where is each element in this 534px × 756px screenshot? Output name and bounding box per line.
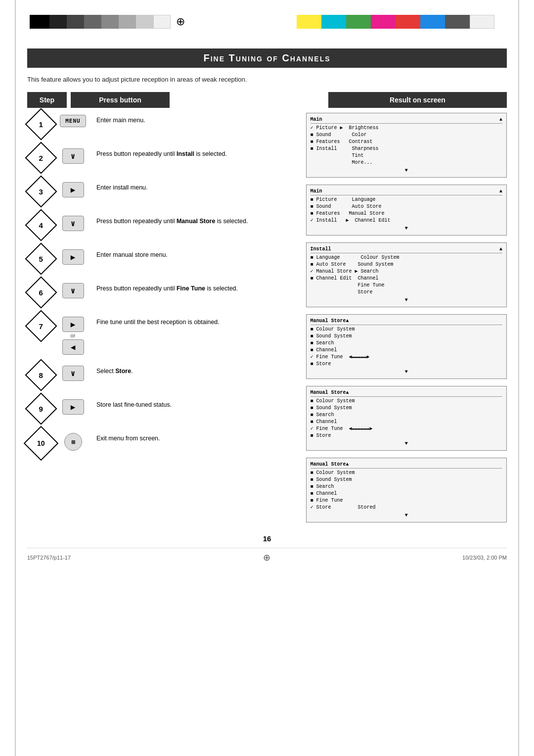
screen-result-56: Manual Store▲ ■ Colour System ■ Sound Sy…	[306, 314, 507, 379]
steps-right-column: Main▲ ✓ Picture ▶ Brightness ■ Sound Col…	[306, 113, 507, 529]
screen-line-1-3: ■ Features Contrast	[311, 139, 503, 145]
step-number-4: 4	[27, 214, 54, 236]
step-number-10: 10	[27, 431, 54, 456]
step-number-2: 2	[27, 146, 54, 169]
left-button-7[interactable]: ◀	[62, 339, 84, 355]
screen-result-34: Install▲ ■ Language Colour System ■ Auto…	[306, 242, 507, 307]
step-desc-5: Enter manual store menu.	[91, 250, 291, 260]
down-button-2[interactable]: ∨	[62, 148, 84, 164]
screen-line-56-5: ✓ Fine Tune ◀▬▬▬▬▬▶	[311, 354, 503, 361]
screen-title-2: Main▲	[311, 188, 503, 195]
diamond-10: 10	[23, 426, 58, 461]
top-bar-right	[297, 15, 534, 29]
header-step: Step	[27, 92, 67, 108]
page-number: 16	[27, 534, 507, 543]
step-desc-3: Enter install menu.	[91, 183, 291, 192]
step-number-6: 6	[27, 281, 54, 304]
diamond-7: 7	[25, 310, 57, 342]
gray2-swatch	[84, 15, 101, 29]
screen-line-1-4: ■ Install Sharpness	[311, 145, 503, 152]
screen-arrow-down-1: ▼	[311, 167, 503, 174]
screen-title-56: Manual Store▲	[311, 318, 503, 325]
screen-arrow-down-34: ▼	[311, 297, 503, 304]
step-desc-9: Store last fine-tuned status.	[91, 400, 291, 410]
table-header: Step Press button Result on screen	[27, 92, 507, 108]
header-result: Result on screen	[328, 92, 507, 108]
screen-result-7: Manual Store▲ ■ Colour System ■ Sound Sy…	[306, 386, 507, 451]
step-row-8: 8 ∨ Select Store.	[27, 364, 291, 388]
step-btn-5: ▶	[54, 249, 91, 265]
screen-line-89-6: ✓ Store Stored	[311, 504, 503, 511]
step-btn-9: ▶	[54, 399, 91, 415]
screen-line-34-1: ■ Language Colour System	[311, 254, 503, 261]
screen-line-89-5: ■ Fine Tune	[311, 497, 503, 504]
step-desc-2: Press button repeatedly until Install is…	[91, 149, 291, 159]
right-button-5[interactable]: ▶	[62, 249, 84, 265]
step-number-9: 9	[27, 397, 54, 420]
header-press: Press button	[71, 92, 170, 108]
steps-container: 1 MENU Enter main menu. 2 ∨	[27, 113, 507, 529]
screen-title-89: Manual Store▲	[311, 461, 503, 469]
screen-line-7-5: ✓ Fine Tune ◀▬▬▬▬▬▬▶	[311, 425, 503, 432]
step-btn-8: ∨	[54, 366, 91, 381]
top-color-bar: ⊕	[0, 15, 534, 29]
step-row-6: 6 ∨ Press button repeatedly until Fine T…	[27, 281, 291, 306]
screen-line-7-4: ■ Channel	[311, 419, 503, 425]
menu-button[interactable]: MENU	[60, 115, 86, 127]
screen-arrow-down-89: ▼	[311, 512, 503, 519]
step-btn-2: ∨	[54, 148, 91, 164]
green-swatch	[346, 15, 371, 29]
crosshair-left: ⊕	[171, 15, 190, 29]
diamond-1: 1	[25, 108, 57, 140]
step-btn-6: ∨	[54, 283, 91, 298]
step-number-7: 7	[27, 315, 54, 337]
main-content: Fine Tuning of Channels This feature all…	[27, 29, 507, 543]
step-desc-8: Select Store.	[91, 367, 291, 376]
cyan-swatch	[321, 15, 346, 29]
down-button-6[interactable]: ∨	[62, 283, 84, 298]
screen-title-7: Manual Store▲	[311, 389, 503, 397]
gray1-swatch	[67, 15, 84, 29]
screen-line-89-1: ■ Colour System	[311, 470, 503, 476]
right-button-7[interactable]: ▶	[62, 317, 84, 332]
steps-left-column: 1 MENU Enter main menu. 2 ∨	[27, 113, 291, 529]
step-row-9: 9 ▶ Store last fine-tuned status.	[27, 397, 291, 422]
right-border	[518, 0, 519, 756]
step-row-5: 5 ▶ Enter manual store menu.	[27, 247, 291, 272]
right-button-9[interactable]: ▶	[62, 399, 84, 415]
screen-line-56-3: ■ Search	[311, 340, 503, 347]
screen-line-34-5: Fine Tune	[311, 282, 503, 289]
screen-line-34-2: ■ Auto Store Sound System	[311, 261, 503, 268]
step-desc-4: Press button repeatedly until Manual Sto…	[91, 217, 291, 226]
screen-line-56-6: ■ Store	[311, 361, 503, 368]
step-btn-3: ▶	[54, 182, 91, 197]
screen-line-2-3: ■ Features Manual Store	[311, 210, 503, 217]
white2-swatch	[470, 15, 494, 29]
step-number-8: 8	[27, 364, 54, 386]
darkblue-swatch	[445, 15, 470, 29]
screen-line-1-5: Tint	[311, 152, 503, 159]
gray4-swatch	[119, 15, 136, 29]
screen-line-56-2: ■ Sound System	[311, 333, 503, 340]
footer-crosshair: ⊕	[263, 552, 270, 563]
screen-line-2-2: ■ Sound Auto Store	[311, 203, 503, 210]
step-btn-1: MENU	[54, 115, 91, 127]
step-number-5: 5	[27, 247, 54, 270]
diamond-8: 8	[25, 359, 57, 391]
diamond-6: 6	[25, 276, 57, 308]
screen-line-89-4: ■ Channel	[311, 490, 503, 497]
right-button-3[interactable]: ▶	[62, 182, 84, 197]
ok-button[interactable]: ⊞	[64, 433, 82, 451]
screen-line-56-1: ■ Colour System	[311, 326, 503, 333]
step-number-3: 3	[27, 180, 54, 203]
step-desc-10: Exit menu from screen.	[91, 434, 291, 443]
diamond-9: 9	[25, 392, 57, 425]
screen-line-56-4: ■ Channel	[311, 347, 503, 354]
step-desc-7: Fine tune until the best reception is ob…	[91, 318, 291, 327]
screen-line-1-1: ✓ Picture ▶ Brightness	[311, 125, 503, 132]
down-button-8[interactable]: ∨	[62, 366, 84, 381]
step-row-10: 10 ⊞ Exit menu from screen.	[27, 431, 291, 456]
down-button-4[interactable]: ∨	[62, 216, 84, 231]
red-swatch	[396, 15, 420, 29]
screen-arrow-down-7: ▼	[311, 440, 503, 447]
